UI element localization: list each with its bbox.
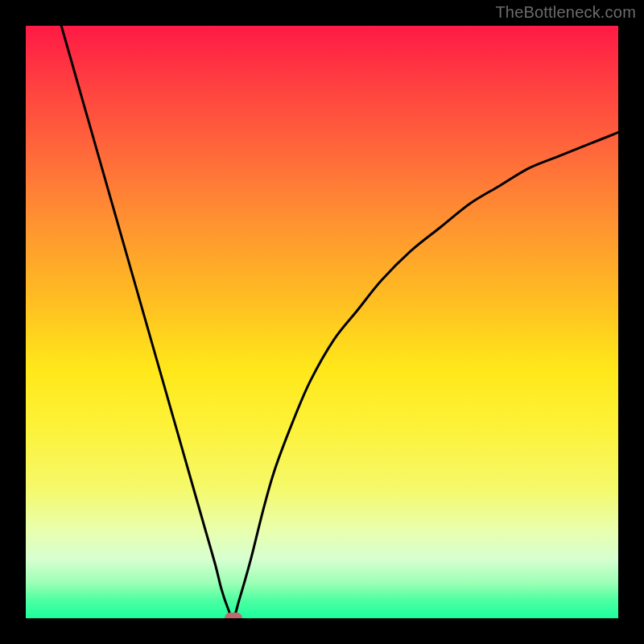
chart-frame <box>0 0 644 644</box>
attribution-text: TheBottleneck.com <box>495 3 636 22</box>
